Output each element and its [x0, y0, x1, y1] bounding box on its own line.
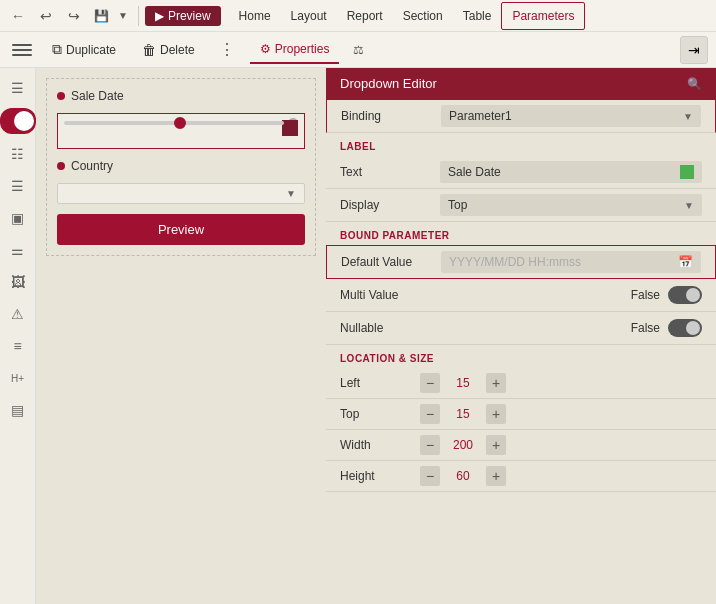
binding-value: Parameter1: [449, 109, 512, 123]
preview-btn[interactable]: ▶ Preview: [145, 6, 221, 26]
sidebar-icon-image[interactable]: 🖼: [4, 268, 32, 296]
multi-value-toggle[interactable]: [668, 286, 702, 304]
panel-toggle-btn[interactable]: ⇥: [680, 36, 708, 64]
sidebar-icon-list2[interactable]: ≡: [4, 332, 32, 360]
date-square-icon: [282, 120, 298, 136]
location-section-title: LOCATION & SIZE: [326, 345, 716, 368]
undo-btn[interactable]: ↩: [34, 4, 58, 28]
save-dropdown-btn[interactable]: ▼: [114, 8, 132, 23]
nav-table[interactable]: Table: [453, 3, 502, 29]
panel-header: Dropdown Editor 🔍: [326, 68, 716, 99]
play-icon: ▶: [155, 9, 164, 23]
nullable-toggle-knob: [686, 321, 700, 335]
display-row: Display Top ▼: [326, 189, 716, 222]
nav-section[interactable]: Section: [393, 3, 453, 29]
text-label: Text: [340, 165, 440, 179]
slider-track[interactable]: [64, 121, 284, 125]
multi-value-text: False: [631, 288, 660, 302]
left-controls: − 15 +: [420, 373, 506, 393]
multi-value-toggle-knob: [686, 288, 700, 302]
nullable-toggle[interactable]: [668, 319, 702, 337]
text-value-box[interactable]: Sale Date: [440, 161, 702, 183]
duplicate-btn[interactable]: ⧉ Duplicate: [42, 37, 126, 62]
country-select[interactable]: ▼: [57, 183, 305, 204]
sidebar-icon-alert[interactable]: ⚠: [4, 300, 32, 328]
top-plus-btn[interactable]: +: [486, 404, 506, 424]
country-widget: ▼: [57, 183, 305, 204]
nullable-controls: False: [440, 319, 702, 337]
hamburger-icon[interactable]: [8, 36, 36, 64]
multi-value-label: Multi Value: [340, 288, 440, 302]
sidebar-icon-grid[interactable]: ☷: [4, 140, 32, 168]
nav-layout[interactable]: Layout: [281, 3, 337, 29]
sidebar-icon-menu[interactable]: ☰: [4, 74, 32, 102]
top-controls: − 15 +: [420, 404, 506, 424]
width-row: Width − 200 +: [326, 430, 716, 461]
redo-btn[interactable]: ↪: [62, 4, 86, 28]
left-minus-btn[interactable]: −: [420, 373, 440, 393]
delete-label: Delete: [160, 43, 195, 57]
height-minus-btn[interactable]: −: [420, 466, 440, 486]
left-sidebar: ☰ ☷ ☰ ▣ ⚌ 🖼 ⚠ ≡ H+ ▤: [0, 68, 36, 604]
properties-tab[interactable]: ⚙ Properties: [250, 36, 340, 64]
panel-title: Dropdown Editor: [340, 76, 437, 91]
binding-value-box[interactable]: Parameter1 ▼: [441, 105, 701, 127]
default-value-input[interactable]: YYYY/MM/DD HH:mmss 📅: [441, 251, 701, 273]
binding-label: Binding: [341, 109, 441, 123]
back-btn[interactable]: ←: [6, 4, 30, 28]
canvas-preview-btn[interactable]: Preview: [57, 214, 305, 245]
left-plus-btn[interactable]: +: [486, 373, 506, 393]
nav-parameters[interactable]: Parameters: [501, 2, 585, 30]
default-value-row: Default Value YYYY/MM/DD HH:mmss 📅: [326, 245, 716, 279]
nullable-label: Nullable: [340, 321, 440, 335]
sidebar-icon-box[interactable]: ▣: [4, 204, 32, 232]
left-value: 15: [448, 376, 478, 390]
height-value: 60: [448, 469, 478, 483]
width-minus-btn[interactable]: −: [420, 435, 440, 455]
properties-label: Properties: [275, 42, 330, 56]
slider-knob[interactable]: [174, 117, 186, 129]
preview-label: Preview: [168, 9, 211, 23]
nav-home[interactable]: Home: [229, 3, 281, 29]
width-controls: − 200 +: [420, 435, 506, 455]
delete-btn[interactable]: 🗑 Delete: [132, 38, 205, 62]
save-btn[interactable]: 💾: [90, 7, 113, 25]
nav-report[interactable]: Report: [337, 3, 393, 29]
sale-date-controls: [64, 118, 298, 128]
sidebar-icon-h-plus[interactable]: H+: [4, 364, 32, 392]
top-minus-btn[interactable]: −: [420, 404, 440, 424]
top-row: Top − 15 +: [326, 399, 716, 430]
duplicate-label: Duplicate: [66, 43, 116, 57]
top-label: Top: [340, 407, 420, 421]
text-value: Sale Date: [448, 165, 501, 179]
filter-icon-btn[interactable]: ⚖: [345, 39, 372, 61]
more-options-btn[interactable]: ⋮: [211, 36, 244, 63]
sidebar-icon-lines[interactable]: ⚌: [4, 236, 32, 264]
sale-date-widget[interactable]: [57, 113, 305, 149]
left-label: Left: [340, 376, 420, 390]
gear-icon: ⚙: [260, 42, 271, 56]
default-value-label: Default Value: [341, 255, 441, 269]
binding-row: Binding Parameter1 ▼: [326, 99, 716, 133]
country-field-row: Country: [57, 159, 305, 173]
sidebar-icon-rows[interactable]: ▤: [4, 396, 32, 424]
height-plus-btn[interactable]: +: [486, 466, 506, 486]
display-value-box[interactable]: Top ▼: [440, 194, 702, 216]
country-dropdown-arrow: ▼: [286, 188, 296, 199]
width-plus-btn[interactable]: +: [486, 435, 506, 455]
calendar-icon: 📅: [678, 255, 693, 269]
left-row: Left − 15 +: [326, 368, 716, 399]
width-value: 200: [448, 438, 478, 452]
height-row: Height − 60 +: [326, 461, 716, 492]
label-section-title: LABEL: [326, 133, 716, 156]
panel-search-icon[interactable]: 🔍: [687, 77, 702, 91]
sidebar-icon-list[interactable]: ☰: [4, 172, 32, 200]
multi-value-row: Multi Value False: [326, 279, 716, 312]
sidebar-toggle[interactable]: [0, 108, 36, 134]
display-label: Display: [340, 198, 440, 212]
sale-date-field-row: Sale Date: [57, 89, 305, 103]
bound-param-section-title: BOUND PARAMETER: [326, 222, 716, 245]
display-dropdown-arrow: ▼: [684, 200, 694, 211]
canvas-inner: Sale Date Country ▼: [46, 78, 316, 256]
text-row: Text Sale Date: [326, 156, 716, 189]
